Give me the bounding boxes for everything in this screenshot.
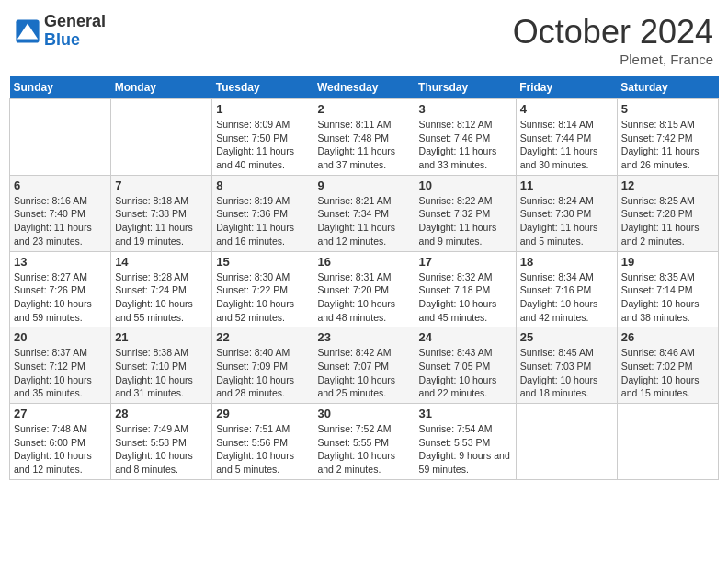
day-info: Sunrise: 8:22 AM Sunset: 7:32 PM Dayligh…: [419, 194, 512, 248]
calendar-cell: 1Sunrise: 8:09 AM Sunset: 7:50 PM Daylig…: [212, 99, 313, 176]
month-title: October 2024: [513, 13, 713, 52]
calendar-cell: 31Sunrise: 7:54 AM Sunset: 5:53 PM Dayli…: [415, 404, 516, 480]
day-number: 14: [115, 255, 208, 269]
day-info: Sunrise: 7:52 AM Sunset: 5:55 PM Dayligh…: [317, 422, 410, 477]
logo: General Blue: [15, 13, 106, 50]
day-info: Sunrise: 8:11 AM Sunset: 7:48 PM Dayligh…: [317, 118, 410, 172]
day-info: Sunrise: 8:18 AM Sunset: 7:38 PM Dayligh…: [115, 194, 208, 248]
calendar-cell: 29Sunrise: 7:51 AM Sunset: 5:56 PM Dayli…: [212, 404, 313, 480]
week-row-1: 1Sunrise: 8:09 AM Sunset: 7:50 PM Daylig…: [10, 99, 719, 176]
day-info: Sunrise: 8:21 AM Sunset: 7:34 PM Dayligh…: [317, 194, 410, 248]
day-info: Sunrise: 8:46 AM Sunset: 7:02 PM Dayligh…: [621, 346, 714, 400]
calendar-cell: 21Sunrise: 8:38 AM Sunset: 7:10 PM Dayli…: [111, 327, 212, 404]
day-number: 9: [317, 178, 410, 192]
day-info: Sunrise: 8:45 AM Sunset: 7:03 PM Dayligh…: [520, 346, 613, 400]
calendar-cell: 27Sunrise: 7:48 AM Sunset: 6:00 PM Dayli…: [10, 404, 111, 480]
day-info: Sunrise: 8:25 AM Sunset: 7:28 PM Dayligh…: [621, 194, 714, 248]
calendar-cell: [516, 404, 617, 480]
logo-blue: Blue: [44, 31, 106, 50]
day-number: 13: [14, 255, 107, 269]
day-number: 11: [520, 178, 613, 192]
day-info: Sunrise: 8:43 AM Sunset: 7:05 PM Dayligh…: [419, 346, 512, 400]
weekday-header-monday: Monday: [111, 76, 212, 99]
calendar-cell: 12Sunrise: 8:25 AM Sunset: 7:28 PM Dayli…: [617, 175, 718, 251]
location: Plemet, France: [513, 52, 713, 67]
day-info: Sunrise: 7:48 AM Sunset: 6:00 PM Dayligh…: [14, 422, 107, 477]
calendar-cell: 25Sunrise: 8:45 AM Sunset: 7:03 PM Dayli…: [516, 327, 617, 404]
calendar-cell: 24Sunrise: 8:43 AM Sunset: 7:05 PM Dayli…: [415, 327, 516, 404]
day-info: Sunrise: 8:15 AM Sunset: 7:42 PM Dayligh…: [621, 118, 714, 172]
calendar-cell: 23Sunrise: 8:42 AM Sunset: 7:07 PM Dayli…: [313, 327, 415, 404]
day-number: 26: [621, 330, 714, 344]
day-number: 21: [115, 330, 208, 344]
calendar-cell: 4Sunrise: 8:14 AM Sunset: 7:44 PM Daylig…: [516, 99, 617, 176]
week-row-3: 13Sunrise: 8:27 AM Sunset: 7:26 PM Dayli…: [10, 251, 719, 327]
day-number: 10: [419, 178, 512, 192]
day-info: Sunrise: 7:49 AM Sunset: 5:58 PM Dayligh…: [115, 422, 208, 477]
day-number: 23: [317, 330, 410, 344]
day-number: 6: [14, 178, 107, 192]
day-info: Sunrise: 8:24 AM Sunset: 7:30 PM Dayligh…: [520, 194, 613, 248]
day-number: 7: [115, 178, 208, 192]
calendar-cell: [617, 404, 718, 480]
day-number: 3: [419, 102, 512, 116]
day-number: 28: [115, 407, 208, 420]
calendar-cell: 26Sunrise: 8:46 AM Sunset: 7:02 PM Dayli…: [617, 327, 718, 404]
day-info: Sunrise: 8:42 AM Sunset: 7:07 PM Dayligh…: [317, 346, 410, 400]
weekday-header-tuesday: Tuesday: [212, 76, 313, 99]
weekday-header-thursday: Thursday: [415, 76, 516, 99]
calendar-cell: 15Sunrise: 8:30 AM Sunset: 7:22 PM Dayli…: [212, 251, 313, 327]
day-number: 1: [216, 102, 309, 116]
day-info: Sunrise: 8:32 AM Sunset: 7:18 PM Dayligh…: [419, 270, 512, 325]
day-info: Sunrise: 8:30 AM Sunset: 7:22 PM Dayligh…: [216, 270, 309, 325]
calendar-cell: [10, 99, 111, 176]
day-number: 5: [621, 102, 714, 116]
week-row-4: 20Sunrise: 8:37 AM Sunset: 7:12 PM Dayli…: [10, 327, 719, 404]
day-number: 31: [419, 407, 512, 420]
calendar-cell: 7Sunrise: 8:18 AM Sunset: 7:38 PM Daylig…: [111, 175, 212, 251]
day-number: 29: [216, 407, 309, 420]
calendar-cell: 2Sunrise: 8:11 AM Sunset: 7:48 PM Daylig…: [313, 99, 415, 176]
weekday-header-wednesday: Wednesday: [313, 76, 415, 99]
logo-icon: [15, 18, 40, 44]
day-number: 16: [317, 255, 410, 269]
day-number: 17: [419, 255, 512, 269]
day-info: Sunrise: 8:34 AM Sunset: 7:16 PM Dayligh…: [520, 270, 613, 325]
day-number: 24: [419, 330, 512, 344]
calendar-table: SundayMondayTuesdayWednesdayThursdayFrid…: [9, 76, 719, 480]
day-info: Sunrise: 8:31 AM Sunset: 7:20 PM Dayligh…: [317, 270, 410, 325]
calendar-cell: 17Sunrise: 8:32 AM Sunset: 7:18 PM Dayli…: [415, 251, 516, 327]
calendar-cell: 16Sunrise: 8:31 AM Sunset: 7:20 PM Dayli…: [313, 251, 415, 327]
calendar-cell: 20Sunrise: 8:37 AM Sunset: 7:12 PM Dayli…: [10, 327, 111, 404]
calendar-cell: 19Sunrise: 8:35 AM Sunset: 7:14 PM Dayli…: [617, 251, 718, 327]
page-header: General Blue October 2024 Plemet, France: [9, 9, 719, 71]
week-row-2: 6Sunrise: 8:16 AM Sunset: 7:40 PM Daylig…: [10, 175, 719, 251]
day-number: 30: [317, 407, 410, 420]
logo-text: General Blue: [44, 13, 106, 50]
day-info: Sunrise: 8:12 AM Sunset: 7:46 PM Dayligh…: [419, 118, 512, 172]
calendar-cell: 14Sunrise: 8:28 AM Sunset: 7:24 PM Dayli…: [111, 251, 212, 327]
day-info: Sunrise: 8:14 AM Sunset: 7:44 PM Dayligh…: [520, 118, 613, 172]
day-info: Sunrise: 8:40 AM Sunset: 7:09 PM Dayligh…: [216, 346, 309, 400]
day-info: Sunrise: 7:51 AM Sunset: 5:56 PM Dayligh…: [216, 422, 309, 477]
calendar-cell: 30Sunrise: 7:52 AM Sunset: 5:55 PM Dayli…: [313, 404, 415, 480]
calendar-cell: 11Sunrise: 8:24 AM Sunset: 7:30 PM Dayli…: [516, 175, 617, 251]
day-info: Sunrise: 8:38 AM Sunset: 7:10 PM Dayligh…: [115, 346, 208, 400]
calendar-cell: 9Sunrise: 8:21 AM Sunset: 7:34 PM Daylig…: [313, 175, 415, 251]
day-number: 27: [14, 407, 107, 420]
calendar-cell: 28Sunrise: 7:49 AM Sunset: 5:58 PM Dayli…: [111, 404, 212, 480]
day-info: Sunrise: 8:09 AM Sunset: 7:50 PM Dayligh…: [216, 118, 309, 172]
day-number: 25: [520, 330, 613, 344]
week-row-5: 27Sunrise: 7:48 AM Sunset: 6:00 PM Dayli…: [10, 404, 719, 480]
day-number: 8: [216, 178, 309, 192]
calendar-cell: 6Sunrise: 8:16 AM Sunset: 7:40 PM Daylig…: [10, 175, 111, 251]
day-number: 4: [520, 102, 613, 116]
title-area: October 2024 Plemet, France: [513, 13, 713, 67]
day-info: Sunrise: 8:27 AM Sunset: 7:26 PM Dayligh…: [14, 270, 107, 325]
day-number: 19: [621, 255, 714, 269]
day-info: Sunrise: 8:35 AM Sunset: 7:14 PM Dayligh…: [621, 270, 714, 325]
calendar-cell: 10Sunrise: 8:22 AM Sunset: 7:32 PM Dayli…: [415, 175, 516, 251]
calendar-cell: 22Sunrise: 8:40 AM Sunset: 7:09 PM Dayli…: [212, 327, 313, 404]
calendar-cell: 3Sunrise: 8:12 AM Sunset: 7:46 PM Daylig…: [415, 99, 516, 176]
calendar-cell: 13Sunrise: 8:27 AM Sunset: 7:26 PM Dayli…: [10, 251, 111, 327]
